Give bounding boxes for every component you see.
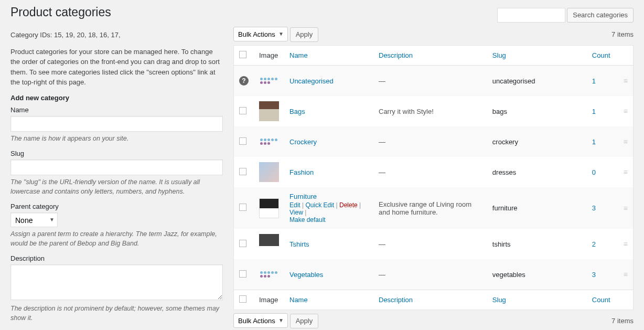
row-slug: furniture bbox=[492, 204, 518, 212]
row-slug: bags bbox=[492, 108, 507, 115]
thumbnail-placeholder-icon bbox=[259, 264, 279, 284]
col-name-foot[interactable]: Name bbox=[289, 296, 308, 304]
make-default-link[interactable]: Make default bbox=[289, 216, 326, 223]
search-input[interactable] bbox=[497, 8, 565, 23]
category-name-link[interactable]: Crockery bbox=[289, 138, 317, 146]
row-count-link[interactable]: 3 bbox=[592, 204, 596, 212]
slug-input[interactable] bbox=[10, 159, 223, 175]
table-row: BagsCarry it with Style!bags1≡ bbox=[234, 96, 634, 126]
category-ids-text: Category IDs: 15, 19, 20, 18, 16, 17, bbox=[10, 30, 223, 40]
slug-hint: The "slug" is the URL-friendly version o… bbox=[10, 177, 223, 196]
row-slug: tshirts bbox=[492, 240, 511, 248]
row-count-link[interactable]: 1 bbox=[592, 77, 596, 85]
row-checkbox[interactable] bbox=[239, 168, 246, 175]
name-hint: The name is how it appears on your site. bbox=[10, 134, 223, 143]
select-all-checkbox-bottom[interactable] bbox=[239, 295, 246, 303]
items-count-bottom: 7 items bbox=[611, 317, 634, 325]
table-row: Crockery—crockery1≡ bbox=[234, 126, 634, 157]
intro-text: Product categories for your store can be… bbox=[10, 47, 223, 88]
col-slug-foot[interactable]: Slug bbox=[492, 296, 506, 304]
row-checkbox[interactable] bbox=[239, 204, 246, 211]
row-count-link[interactable]: 1 bbox=[592, 108, 596, 115]
name-input[interactable] bbox=[10, 116, 223, 132]
bulk-actions-select-top[interactable]: Bulk Actions bbox=[233, 27, 288, 41]
quick-edit-link[interactable]: Quick Edit bbox=[306, 201, 335, 209]
table-row: FurnitureEdit | Quick Edit | Delete | Vi… bbox=[234, 187, 634, 229]
table-row: Vegetables—vegetables3≡ bbox=[234, 259, 634, 290]
drag-handle-icon[interactable]: ≡ bbox=[624, 270, 628, 279]
row-slug: vegetables bbox=[492, 271, 525, 279]
parent-select[interactable]: None bbox=[10, 212, 58, 227]
thumbnail-image bbox=[259, 101, 279, 121]
row-description: — bbox=[379, 271, 385, 279]
category-name-link[interactable]: Uncategorised bbox=[289, 77, 334, 85]
drag-handle-icon[interactable]: ≡ bbox=[624, 77, 628, 85]
row-description: — bbox=[379, 240, 385, 248]
row-checkbox[interactable] bbox=[239, 270, 246, 278]
thumbnail-image bbox=[259, 198, 279, 218]
table-row: ?Uncategorised—uncategorised1≡ bbox=[234, 66, 634, 97]
table-row: Fashion—dresses0≡ bbox=[234, 157, 634, 187]
thumbnail-image bbox=[259, 162, 279, 182]
row-slug: uncategorised bbox=[492, 77, 535, 85]
row-checkbox[interactable] bbox=[239, 137, 246, 145]
name-label: Name bbox=[10, 106, 223, 114]
select-all-checkbox-top[interactable] bbox=[239, 51, 246, 58]
description-label: Description bbox=[10, 254, 223, 262]
category-name-link[interactable]: Vegetables bbox=[289, 271, 323, 279]
row-description: — bbox=[379, 77, 385, 85]
category-name-link[interactable]: Tshirts bbox=[289, 240, 309, 248]
delete-link[interactable]: Delete bbox=[339, 201, 358, 209]
category-name-link[interactable]: Bags bbox=[289, 108, 305, 115]
col-name[interactable]: Name bbox=[289, 51, 308, 59]
drag-handle-icon[interactable]: ≡ bbox=[624, 204, 628, 212]
row-count-link[interactable]: 1 bbox=[592, 138, 596, 146]
items-count-top: 7 items bbox=[611, 30, 634, 38]
table-row: Tshirts—tshirts2≡ bbox=[234, 229, 634, 259]
slug-label: Slug bbox=[10, 150, 223, 157]
row-checkbox[interactable] bbox=[239, 240, 246, 247]
thumbnail-placeholder-icon bbox=[259, 132, 279, 152]
categories-table: Image Name Description Slug Count ?Uncat… bbox=[233, 45, 634, 310]
row-slug: crockery bbox=[492, 138, 518, 146]
col-description[interactable]: Description bbox=[379, 51, 413, 59]
col-image-foot: Image bbox=[254, 290, 284, 310]
help-icon[interactable]: ? bbox=[239, 76, 249, 86]
row-description: Carry it with Style! bbox=[379, 108, 434, 115]
drag-handle-icon[interactable]: ≡ bbox=[624, 107, 628, 115]
row-description: — bbox=[379, 168, 385, 176]
description-hint: The description is not prominent by defa… bbox=[10, 304, 223, 323]
row-count-link[interactable]: 0 bbox=[592, 168, 596, 176]
row-count-link[interactable]: 2 bbox=[592, 240, 596, 248]
description-input[interactable] bbox=[10, 264, 223, 300]
col-image: Image bbox=[254, 46, 284, 66]
col-count-foot[interactable]: Count bbox=[592, 296, 610, 304]
thumbnail-image bbox=[259, 234, 279, 254]
row-actions: Edit | Quick Edit | Delete | View |Make … bbox=[289, 201, 368, 223]
col-description-foot[interactable]: Description bbox=[379, 296, 413, 304]
search-categories-button[interactable]: Search categories bbox=[567, 8, 634, 23]
row-count-link[interactable]: 3 bbox=[592, 271, 596, 279]
row-slug: dresses bbox=[492, 168, 517, 176]
category-name-link[interactable]: Fashion bbox=[289, 168, 314, 176]
drag-handle-icon[interactable]: ≡ bbox=[624, 240, 628, 248]
col-count[interactable]: Count bbox=[592, 51, 610, 59]
bulk-actions-select-bottom[interactable]: Bulk Actions bbox=[233, 313, 288, 328]
row-checkbox[interactable] bbox=[239, 107, 246, 114]
apply-button-top[interactable]: Apply bbox=[290, 27, 319, 42]
thumbnail-placeholder-icon bbox=[259, 71, 279, 91]
view-link[interactable]: View bbox=[289, 209, 303, 216]
col-slug[interactable]: Slug bbox=[492, 51, 506, 59]
add-category-heading: Add new category bbox=[10, 94, 223, 102]
drag-handle-icon[interactable]: ≡ bbox=[624, 137, 628, 146]
edit-link[interactable]: Edit bbox=[289, 201, 300, 209]
drag-handle-icon[interactable]: ≡ bbox=[624, 168, 628, 176]
parent-hint: Assign a parent term to create a hierarc… bbox=[10, 229, 223, 248]
category-name-link[interactable]: Furniture bbox=[289, 193, 317, 200]
apply-button-bottom[interactable]: Apply bbox=[290, 314, 319, 328]
row-description: — bbox=[379, 138, 385, 146]
parent-label: Parent category bbox=[10, 203, 223, 210]
row-description: Exclusive range of Living room and home … bbox=[379, 200, 471, 216]
